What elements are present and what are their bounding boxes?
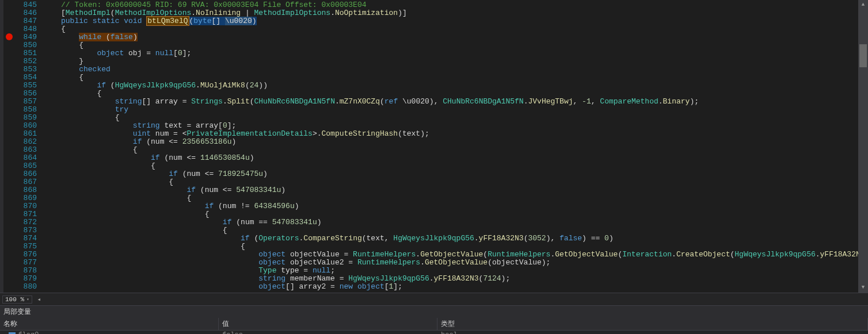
code-line[interactable]: {	[61, 243, 858, 251]
line-number: 869	[15, 194, 37, 202]
scroll-track[interactable]	[858, 10, 868, 283]
locals-header: 名称 值 类型	[0, 318, 868, 331]
code-line[interactable]: while (false)	[61, 33, 858, 41]
editor-footer: 100 % ▾ ◂	[0, 293, 868, 305]
line-number: 877	[15, 259, 37, 267]
code-line[interactable]: public static void btLQm3elQ(byte[] \u00…	[61, 17, 858, 25]
line-number: 853	[15, 66, 37, 74]
line-number: 855	[15, 82, 37, 90]
line-number: 845	[15, 1, 37, 9]
code-line[interactable]: checked	[61, 66, 858, 74]
code-line[interactable]: if (num <= 2356653186u)	[61, 138, 858, 146]
line-number: 850	[15, 41, 37, 49]
line-number: 878	[15, 267, 37, 275]
line-number: 861	[15, 130, 37, 138]
code-editor[interactable]: 8458468478488498508518528538548558568578…	[0, 0, 868, 293]
line-number-gutter: 8458468478488498508518528538548558568578…	[15, 0, 44, 293]
line-number: 871	[15, 210, 37, 218]
code-line[interactable]: }	[61, 57, 858, 66]
locals-type: bool	[437, 331, 868, 334]
line-number: 859	[15, 114, 37, 122]
code-line[interactable]: {	[61, 114, 858, 122]
locals-col-type[interactable]: 类型	[437, 318, 868, 330]
scroll-up-icon[interactable]: ▲	[858, 0, 868, 10]
line-number: 863	[15, 146, 37, 154]
locals-name: flag9	[18, 331, 39, 334]
chevron-down-icon: ▾	[26, 297, 29, 302]
code-line[interactable]: if (num != 64384596u)	[61, 202, 858, 210]
line-number: 852	[15, 57, 37, 66]
line-number: 866	[15, 170, 37, 178]
code-area[interactable]: // Token: 0x06000045 RID: 69 RVA: 0x0000…	[44, 0, 858, 293]
code-line[interactable]: string[] array = Strings.Split(CHuNbRc6N…	[61, 98, 858, 106]
line-number: 846	[15, 9, 37, 17]
code-line[interactable]: if (num <= 1146530854u)	[61, 154, 858, 162]
code-line[interactable]: {	[61, 226, 858, 235]
line-number: 867	[15, 178, 37, 186]
locals-panel: 局部变量 名称 值 类型 ▸flag9falsebool	[0, 305, 868, 334]
zoom-value: 100 %	[5, 296, 24, 303]
code-line[interactable]: {	[61, 178, 858, 186]
code-line[interactable]: if (num <= 718925475u)	[61, 170, 858, 178]
code-line[interactable]: {	[61, 25, 858, 33]
line-number: 851	[15, 49, 37, 57]
line-number: 880	[15, 283, 37, 291]
hscroll-left-icon[interactable]: ◂	[35, 295, 44, 303]
breakpoint-icon[interactable]	[6, 33, 13, 40]
line-number: 876	[15, 251, 37, 259]
line-number: 858	[15, 106, 37, 114]
breakpoint-gutter[interactable]	[3, 0, 15, 293]
locals-title: 局部变量	[0, 306, 868, 318]
code-line[interactable]: string memberName = HgWqeysJlkpk9qpG56.y…	[61, 275, 858, 283]
code-line[interactable]: object objectValue2 = RuntimeHelpers.Get…	[61, 259, 858, 267]
code-line[interactable]: // Token: 0x06000045 RID: 69 RVA: 0x0000…	[61, 1, 858, 9]
code-line[interactable]: {	[61, 74, 858, 82]
code-line[interactable]: if (Operators.CompareString(text, HgWqey…	[61, 235, 858, 243]
line-number: 873	[15, 226, 37, 235]
code-line[interactable]: uint num = <PrivateImplementationDetails…	[61, 130, 858, 138]
code-line[interactable]: {	[61, 146, 858, 154]
expand-icon[interactable]: ▸	[3, 332, 6, 335]
locals-col-name[interactable]: 名称	[0, 318, 219, 330]
code-line[interactable]: if (HgWqeysJlkpk9qpG56.MUoljAiMk8(24))	[61, 82, 858, 90]
scroll-down-icon[interactable]: ▼	[858, 283, 868, 293]
line-number: 862	[15, 138, 37, 146]
code-line[interactable]: object[] array2 = new object[1];	[61, 283, 858, 291]
code-line[interactable]: {	[61, 90, 858, 98]
line-number: 875	[15, 243, 37, 251]
line-number: 879	[15, 275, 37, 283]
code-line[interactable]: try	[61, 106, 858, 114]
line-number: 848	[15, 25, 37, 33]
code-line[interactable]: if (num == 547083341u)	[61, 218, 858, 226]
scroll-thumb[interactable]	[859, 44, 867, 67]
code-line[interactable]: object objectValue = RuntimeHelpers.GetO…	[61, 251, 858, 259]
code-line[interactable]: {	[61, 41, 858, 49]
line-number: 857	[15, 98, 37, 106]
code-line[interactable]: if (num <= 547083341u)	[61, 186, 858, 194]
line-number: 849	[15, 33, 37, 41]
vertical-scrollbar[interactable]: ▲ ▼	[858, 0, 868, 293]
code-line[interactable]: {	[61, 194, 858, 202]
locals-body: ▸flag9falsebool	[0, 331, 868, 334]
line-number: 864	[15, 154, 37, 162]
locals-col-value[interactable]: 值	[219, 318, 437, 330]
locals-value: false	[219, 331, 437, 334]
code-line[interactable]: {	[61, 210, 858, 218]
line-number: 874	[15, 235, 37, 243]
line-number: 870	[15, 202, 37, 210]
line-number: 865	[15, 162, 37, 170]
line-number: 872	[15, 218, 37, 226]
code-line[interactable]: object obj = null[0];	[61, 49, 858, 57]
line-number: 847	[15, 17, 37, 25]
line-number: 856	[15, 90, 37, 98]
line-number: 868	[15, 186, 37, 194]
code-line[interactable]: string text = array[0];	[61, 122, 858, 130]
code-line[interactable]: Type type = null;	[61, 267, 858, 275]
line-number: 854	[15, 74, 37, 82]
line-number: 860	[15, 122, 37, 130]
code-line[interactable]: {	[61, 162, 858, 170]
zoom-dropdown[interactable]: 100 % ▾	[2, 295, 32, 304]
locals-row[interactable]: ▸flag9falsebool	[0, 331, 868, 334]
